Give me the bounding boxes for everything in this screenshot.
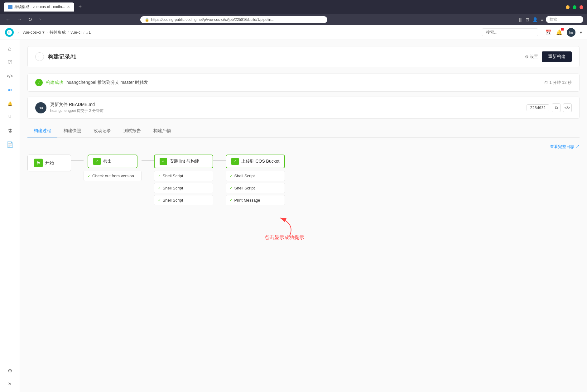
address-bar[interactable]: 🔒 https://coding-public.coding.net/p/vue… bbox=[140, 16, 327, 23]
sidebar: ⌂ ☑ </> ∞ 🔔 ⑂ ⚗ 📄 ⚙ » bbox=[0, 40, 20, 392]
step-print-msg[interactable]: ✓ Print Message bbox=[226, 195, 285, 205]
start-stage-box[interactable]: ⚑ 开始 bbox=[27, 155, 71, 171]
forward-nav-btn[interactable]: → bbox=[15, 16, 24, 23]
step-check-icon-c1: ✓ bbox=[230, 174, 233, 178]
header-sep1: › bbox=[17, 30, 19, 35]
step-lint-3[interactable]: ✓ Shell Script bbox=[154, 195, 213, 205]
connector-line bbox=[71, 160, 84, 161]
tab-artifacts[interactable]: 构建产物 bbox=[147, 125, 177, 137]
step-check-icon-c2: ✓ bbox=[230, 186, 233, 190]
lint-steps: ✓ Shell Script ✓ Shell Script ✓ Shell Sc… bbox=[154, 171, 213, 205]
view-code-btn[interactable]: </> bbox=[563, 103, 572, 112]
upload-cos-header[interactable]: ✓ 上传到 COS Bucket bbox=[226, 155, 285, 168]
sidebar-item-ci[interactable]: ∞ bbox=[4, 84, 16, 96]
back-button[interactable]: ← bbox=[35, 52, 44, 61]
connector-line-3 bbox=[213, 160, 226, 161]
main-content: ← 构建记录#1 ⚙ 设置 重新构建 ✓ 构建成功 huangchengpei … bbox=[20, 40, 587, 392]
settings-icon: ⚙ bbox=[525, 55, 529, 59]
tab-favicon bbox=[8, 5, 12, 9]
step-label-l2: Shell Script bbox=[163, 186, 183, 190]
bookmarks-icon: ||| bbox=[519, 17, 522, 22]
build-status-text: 构建成功 bbox=[46, 80, 63, 85]
start-stage-label: 开始 bbox=[45, 160, 54, 166]
step-checkout-1[interactable]: ✓ Check out from version... bbox=[84, 171, 142, 181]
step-check-icon-l1: ✓ bbox=[158, 174, 161, 178]
sidebar-item-home[interactable]: ⌂ bbox=[4, 42, 16, 55]
step-label-c2: Shell Script bbox=[234, 186, 255, 190]
connector-line-2 bbox=[142, 160, 154, 161]
step-check-icon-c3: ✓ bbox=[230, 198, 233, 202]
step-lint-1[interactable]: ✓ Shell Script bbox=[154, 171, 213, 181]
tab-close-btn[interactable]: ✕ bbox=[67, 5, 70, 9]
sidebar-item-docs[interactable]: 📄 bbox=[4, 138, 16, 151]
close-btn[interactable] bbox=[580, 5, 583, 9]
stage-checkout: ✓ 检出 ✓ Check out from version... bbox=[84, 155, 142, 181]
sidebar-item-merge[interactable]: ⑂ bbox=[4, 111, 16, 123]
annotation-text: 点击显示成功提示 bbox=[264, 235, 304, 240]
avatar-dropdown-icon[interactable]: ▾ bbox=[580, 30, 582, 35]
sidebar-item-expand[interactable]: » bbox=[4, 377, 16, 390]
pipeline-header: 查看完整日志 ↗ bbox=[27, 144, 580, 150]
upload-cos-name: 上传到 COS Bucket bbox=[241, 159, 280, 164]
page-title: 构建记录#1 bbox=[48, 53, 76, 60]
bell-icon[interactable]: 🔔 bbox=[556, 29, 562, 35]
home-nav-btn[interactable]: ⌂ bbox=[36, 16, 43, 23]
sidebar-item-test[interactable]: ⚗ bbox=[4, 125, 16, 137]
browser-search[interactable]: 搜索 bbox=[546, 16, 583, 23]
cos-steps: ✓ Shell Script ✓ Shell Script ✓ Print Me… bbox=[226, 171, 285, 205]
breadcrumb-project[interactable]: vue-cos-ci ▾ bbox=[23, 30, 45, 35]
settings-link[interactable]: ⚙ 设置 bbox=[525, 54, 538, 60]
reload-btn[interactable]: ↻ bbox=[26, 16, 34, 23]
annotation-container: 点击显示成功提示 bbox=[264, 215, 580, 241]
checkout-header[interactable]: ✓ 检出 bbox=[88, 155, 137, 168]
step-label-l3: Shell Script bbox=[163, 198, 183, 203]
tab-build-snapshot[interactable]: 构建快照 bbox=[57, 125, 87, 137]
tab-changes[interactable]: 改动记录 bbox=[87, 125, 117, 137]
sidebar-item-code[interactable]: </> bbox=[4, 70, 16, 82]
tab-test-report[interactable]: 测试报告 bbox=[117, 125, 147, 137]
sidebar-item-tasks[interactable]: ☑ bbox=[4, 56, 16, 69]
breadcrumb-pipeline[interactable]: vue-ci bbox=[71, 30, 82, 35]
header-search-input[interactable] bbox=[482, 28, 538, 36]
breadcrumb-ci[interactable]: 持续集成 bbox=[50, 30, 66, 35]
clock-icon: ⏱ bbox=[544, 80, 548, 85]
step-label-l1: Shell Script bbox=[163, 174, 183, 178]
header-search bbox=[482, 28, 538, 36]
checkout-name: 检出 bbox=[103, 159, 112, 164]
copy-hash-btn[interactable]: ⧉ bbox=[552, 103, 561, 112]
checkout-steps: ✓ Check out from version... bbox=[84, 171, 142, 181]
commit-avatar: hu bbox=[35, 102, 46, 113]
pipeline-wrapper: ⚑ 开始 ✓ 检出 ✓ bbox=[27, 155, 580, 212]
commit-meta: huangchengpei 提交于 2 分钟前 bbox=[50, 108, 103, 113]
user-avatar[interactable]: hu bbox=[567, 28, 575, 37]
new-tab-btn[interactable]: + bbox=[77, 4, 84, 10]
connector-1 bbox=[71, 155, 84, 161]
commit-hash: 228d031 bbox=[527, 104, 549, 111]
breadcrumb-build-num[interactable]: #1 bbox=[86, 30, 91, 35]
header-icons: 📅 🔔 hu ▾ bbox=[546, 28, 582, 37]
step-check-icon-l3: ✓ bbox=[158, 198, 161, 202]
stage-start: ⚑ 开始 bbox=[27, 155, 71, 171]
lint-build-header[interactable]: ✓ 安装 lint 与构建 bbox=[154, 155, 213, 168]
view-log-link[interactable]: 查看完整日志 ↗ bbox=[550, 144, 580, 150]
calendar-icon[interactable]: 📅 bbox=[546, 29, 552, 35]
step-cos-1[interactable]: ✓ Shell Script bbox=[226, 171, 285, 181]
build-info-card: ✓ 构建成功 huangchengpei 推送到分支 master 时触发 ⏱ … bbox=[27, 74, 580, 92]
browser-tab[interactable]: 持续集成 - vue-cos-ci - codin... ✕ bbox=[4, 2, 74, 12]
step-cos-2[interactable]: ✓ Shell Script bbox=[226, 183, 285, 193]
back-nav-btn[interactable]: ← bbox=[4, 16, 12, 23]
step-lint-2[interactable]: ✓ Shell Script bbox=[154, 183, 213, 193]
step-label: Check out from version... bbox=[92, 174, 137, 178]
lint-status-icon: ✓ bbox=[160, 158, 167, 165]
tab-build-process[interactable]: 构建过程 bbox=[27, 125, 57, 137]
rebuild-button[interactable]: 重新构建 bbox=[542, 51, 572, 62]
window-controls bbox=[566, 5, 583, 9]
maximize-btn[interactable] bbox=[573, 5, 576, 9]
step-label-c3: Print Message bbox=[234, 198, 260, 203]
commit-title: 更新文件 README.md bbox=[50, 102, 103, 108]
menu-icon: ≡ bbox=[541, 17, 543, 22]
sidebar-item-notify[interactable]: 🔔 bbox=[4, 97, 16, 110]
minimize-btn[interactable] bbox=[566, 5, 570, 9]
stage-lint-build: ✓ 安装 lint 与构建 ✓ Shell Script ✓ Shell Scr… bbox=[154, 155, 213, 205]
sidebar-item-settings[interactable]: ⚙ bbox=[4, 365, 16, 377]
